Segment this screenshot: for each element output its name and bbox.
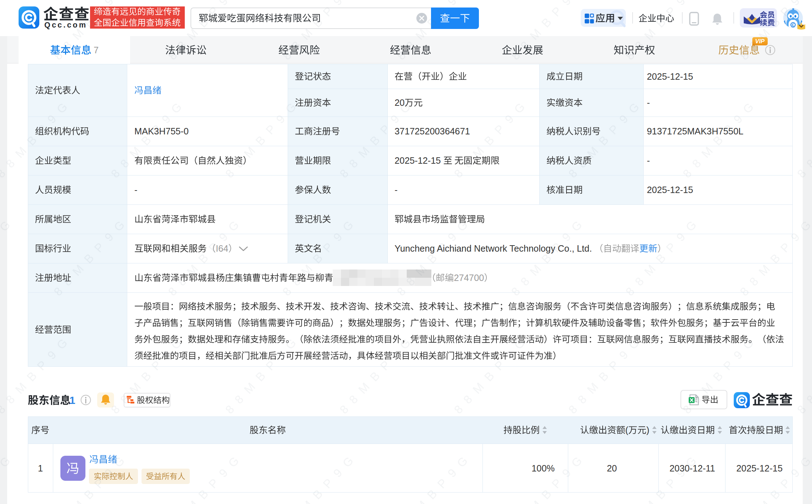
svg-text:20: 20 — [395, 98, 405, 108]
svg-text:371725200364671: 371725200364671 — [395, 126, 470, 136]
svg-text:-: - — [134, 185, 137, 195]
svg-text:2025-12-15: 2025-12-15 — [395, 155, 441, 165]
svg-text:VIP: VIP — [755, 38, 765, 44]
svg-text:Qcc.com: Qcc.com — [44, 21, 87, 29]
svg-text:20: 20 — [607, 463, 617, 473]
svg-text:100%: 100% — [531, 463, 555, 473]
svg-text:Yuncheng Aichiand Network Tech: Yuncheng Aichiand Network Technology Co.… — [395, 243, 592, 253]
svg-text:274700: 274700 — [454, 273, 484, 283]
svg-text:2030-12-11: 2030-12-11 — [669, 463, 715, 473]
svg-text:1: 1 — [38, 463, 43, 473]
svg-text:2025-12-15: 2025-12-15 — [647, 71, 693, 81]
svg-text:): ) — [647, 425, 649, 435]
svg-text:-: - — [647, 155, 650, 165]
svg-text:91371725MAK3H7550L: 91371725MAK3H7550L — [647, 126, 743, 136]
svg-text:1: 1 — [69, 394, 75, 406]
svg-text:2025-12-15: 2025-12-15 — [736, 463, 782, 473]
svg-text:MAK3H755-0: MAK3H755-0 — [134, 126, 189, 136]
svg-text:I64: I64 — [216, 243, 228, 253]
svg-text:7: 7 — [94, 45, 99, 55]
svg-text:(: ( — [625, 425, 629, 435]
svg-text:2025-12-15: 2025-12-15 — [647, 185, 693, 195]
svg-text:-: - — [395, 185, 397, 195]
svg-text:-: - — [647, 98, 650, 108]
